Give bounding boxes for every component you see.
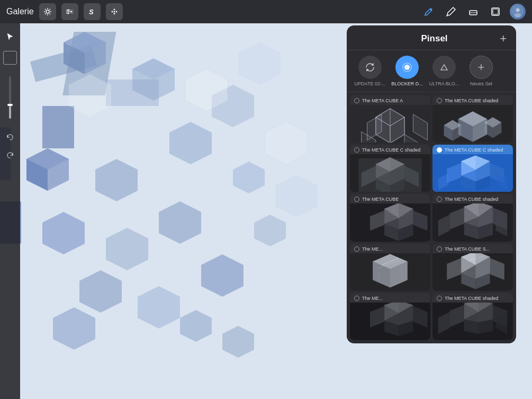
tab-update[interactable]: UPDATE 02-... (354, 56, 386, 86)
brush-item-5-dot (354, 197, 359, 202)
brush-item-1-dot (354, 98, 359, 103)
brush-item-3-header: The META CUBE C shaded (350, 145, 430, 154)
sidebar-undo-button[interactable] (5, 132, 15, 144)
svg-point-54 (515, 13, 521, 17)
brush-item-5-preview (350, 203, 430, 241)
brush-tool[interactable] (443, 4, 459, 20)
brush-item-2[interactable]: The META CUBE shaded (432, 95, 513, 143)
svg-point-37 (46, 10, 49, 13)
svg-point-48 (113, 11, 115, 13)
left-sidebar (0, 23, 20, 399)
brush-item-2-dot (437, 98, 442, 103)
brush-item-7[interactable]: The ME... (350, 244, 430, 291)
tab-blocker-label: BLOCKER D... (391, 81, 423, 86)
brush-item-4-dot (437, 147, 442, 153)
layers-tool[interactable] (488, 4, 503, 20)
brush-item-8-dot (437, 246, 442, 252)
brush-item-4-name: The META CUBE C shaded (445, 147, 503, 153)
brush-item-3-name: The META CUBE C shaded (362, 147, 420, 153)
brush-item-6-header: The META CUBE shaded (432, 194, 513, 203)
sidebar-opacity-slider-container (9, 76, 11, 119)
brush-item-9-dot (354, 296, 359, 301)
move-tool[interactable] (106, 3, 123, 20)
brush-item-9-header: The ME... (350, 293, 430, 303)
tab-ultra[interactable]: ULTRA BLO... (428, 56, 460, 86)
brush-item-9-name: The ME... (362, 296, 383, 301)
sidebar-size-slider-thumb[interactable] (7, 104, 13, 106)
brush-item-6-preview (432, 203, 513, 241)
brush-panel-add-button[interactable]: + (500, 33, 507, 45)
adjustments-tool[interactable] (61, 3, 78, 20)
brush-item-1-preview (350, 105, 430, 143)
pen-tool[interactable] (421, 4, 437, 20)
brush-panel-title: Pinsel (369, 33, 500, 44)
sidebar-size-slider-fill (9, 106, 11, 119)
brush-item-6[interactable]: The META CUBE shaded (432, 194, 513, 241)
brush-item-8-preview (432, 253, 513, 291)
svg-point-53 (516, 8, 520, 12)
brush-item-8-header: The META CUBE S... (432, 244, 513, 253)
brush-item-7-dot (354, 246, 359, 252)
brush-item-5-name: The META CUBE (362, 197, 399, 202)
gallery-button[interactable]: Galerie (6, 7, 34, 16)
brush-item-4-preview (432, 154, 513, 192)
brush-item-4-header: The META CUBE C shaded (432, 145, 513, 154)
sidebar-redo-button[interactable] (5, 150, 15, 162)
sidebar-square-icon[interactable] (3, 51, 17, 65)
brush-item-5[interactable]: The META CUBE (350, 194, 430, 241)
brush-item-10-name: The META CUBE shaded (445, 296, 498, 301)
brush-item-1-header: The META CUBE A (350, 95, 430, 105)
brush-tabs: UPDATE 02-... BLOCKER D... ULTRA BLO... (347, 50, 516, 92)
brush-item-10-dot (437, 296, 442, 301)
tab-update-label: UPDATE 02-... (355, 81, 386, 86)
brush-item-6-name: The META CUBE shaded (445, 197, 498, 202)
sidebar-cursor-icon[interactable] (2, 29, 18, 45)
smudge-tool[interactable]: S (84, 3, 101, 20)
brush-item-10-preview (432, 303, 513, 340)
brush-item-4[interactable]: The META CUBE C shaded (432, 145, 513, 192)
svg-point-39 (70, 11, 72, 13)
tab-ultra-icon (432, 56, 456, 79)
brush-item-8[interactable]: The META CUBE S... (432, 244, 513, 291)
brush-item-3-dot (354, 147, 359, 153)
brush-item-9-preview (350, 303, 430, 340)
toolbar-right (421, 4, 526, 20)
svg-point-55 (404, 65, 410, 70)
brush-item-10[interactable]: The META CUBE shaded (432, 293, 513, 340)
svg-text:S: S (89, 8, 94, 16)
brush-item-5-header: The META CUBE (350, 194, 430, 203)
brush-item-8-name: The META CUBE S... (445, 246, 490, 252)
brush-item-7-name: The ME... (362, 246, 383, 252)
brush-item-6-dot (437, 197, 442, 202)
tab-new-icon: + (470, 56, 493, 79)
eraser-tool[interactable] (465, 4, 481, 20)
brush-item-2-name: The META CUBE shaded (445, 98, 498, 103)
tab-new-set[interactable]: + Neues Set (465, 56, 497, 86)
brush-item-1-name: The META CUBE A (362, 98, 403, 103)
brush-panel: Pinsel + UPDATE 02-... (347, 25, 516, 343)
brush-item-1[interactable]: The META CUBE A (350, 95, 430, 143)
tab-update-icon (358, 56, 382, 79)
svg-rect-6 (42, 106, 74, 148)
brush-item-7-preview (350, 253, 430, 291)
toolbar-left: Galerie S (6, 3, 123, 20)
tab-blocker-icon (395, 56, 419, 79)
brush-item-2-preview (432, 105, 513, 143)
brush-item-7-header: The ME... (350, 244, 430, 253)
tab-ultra-label: ULTRA BLO... (429, 81, 459, 86)
tab-blocker[interactable]: BLOCKER D... (391, 56, 423, 86)
brush-panel-header: Pinsel + (347, 25, 516, 50)
brush-item-3-preview (350, 154, 430, 192)
brush-item-2-header: The META CUBE shaded (432, 95, 513, 105)
settings-tool[interactable] (39, 3, 56, 20)
sidebar-size-slider-track (9, 76, 11, 119)
toolbar: Galerie S (0, 0, 532, 23)
brush-item-9[interactable]: The ME... (350, 293, 430, 340)
svg-point-40 (67, 13, 69, 14)
brush-item-3[interactable]: The META CUBE C shaded (350, 145, 430, 192)
svg-rect-51 (493, 9, 498, 14)
tab-new-label: Neues Set (470, 81, 492, 86)
user-avatar[interactable] (510, 4, 526, 20)
brush-grid: The META CUBE A (347, 92, 516, 343)
brush-item-10-header: The META CUBE shaded (432, 293, 513, 303)
